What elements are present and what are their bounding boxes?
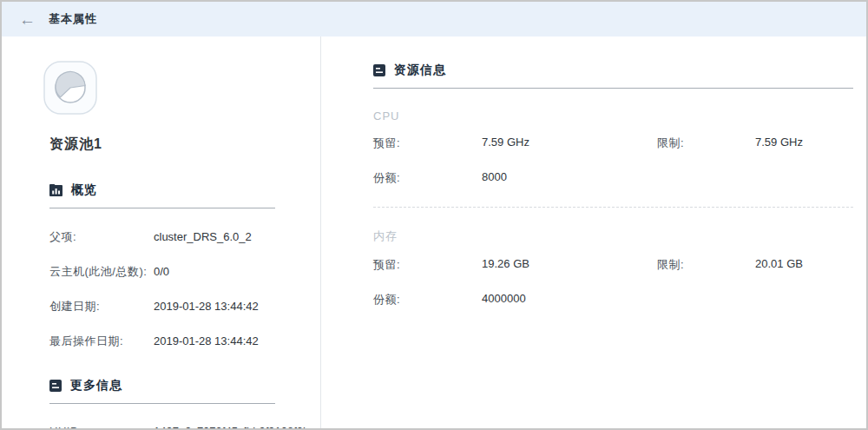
resource-value: 7.59 GHz xyxy=(482,136,657,151)
resource-groups: CPU预留:7.59 GHz限制:7.59 GHz份额:8000内存预留:19.… xyxy=(373,109,853,317)
group-divider xyxy=(373,207,853,208)
overview-section-header: 概览 xyxy=(49,182,275,208)
bar-chart-icon xyxy=(49,184,62,196)
resource-rows: 预留:19.26 GB限制:20.01 GB份额:4000000 xyxy=(373,248,853,317)
info-row: 云主机(此池/总数):0/0 xyxy=(49,255,277,289)
info-label: 云主机(此池/总数): xyxy=(49,264,154,280)
info-value: 1497a9c7073f45cfbb9f9108f2bc... xyxy=(154,425,325,430)
page-title: 基本属性 xyxy=(49,11,97,27)
resource-value: 20.01 GB xyxy=(755,257,853,273)
overview-section-title: 概览 xyxy=(71,182,97,198)
resource-group-name: CPU xyxy=(373,109,853,122)
info-value: 2019-01-28 13:44:42 xyxy=(154,300,259,313)
resource-label: 限制: xyxy=(657,136,755,151)
pool-name: 资源池1 xyxy=(49,136,277,154)
resource-row: 预留:19.26 GB限制:20.01 GB xyxy=(373,248,853,282)
info-label: 父项: xyxy=(49,229,154,245)
left-panel: 资源池1 概览 父项:cluster_DRS_6.0_2云主机(此池/总数):0… xyxy=(2,36,321,430)
list-icon xyxy=(373,64,385,76)
resources-section-title: 资源信息 xyxy=(394,63,446,78)
info-label: UUID: xyxy=(49,425,154,430)
info-row: 父项:cluster_DRS_6.0_2 xyxy=(49,220,277,255)
info-row: 最后操作日期:2019-01-28 13:44:42 xyxy=(49,324,277,359)
resource-rows: 预留:7.59 GHz限制:7.59 GHz份额:8000 xyxy=(373,126,853,195)
info-row: UUID:1497a9c7073f45cfbb9f9108f2bc... xyxy=(49,415,277,430)
main-content: 资源池1 概览 父项:cluster_DRS_6.0_2云主机(此池/总数):0… xyxy=(2,36,866,430)
back-arrow-icon[interactable]: ← xyxy=(19,11,40,28)
resource-value: 7.59 GHz xyxy=(755,136,853,151)
resource-value: 8000 xyxy=(482,170,657,186)
resource-label: 预留: xyxy=(373,136,482,151)
list-icon xyxy=(49,380,62,392)
resource-row: 份额:4000000 xyxy=(373,282,853,317)
info-value: 0/0 xyxy=(154,265,169,278)
overview-rows: 父项:cluster_DRS_6.0_2云主机(此池/总数):0/0创建日期:2… xyxy=(49,220,277,359)
resource-row: 预留:7.59 GHz限制:7.59 GHz xyxy=(373,126,853,161)
resource-value: 19.26 GB xyxy=(482,257,657,273)
right-panel: 资源信息 CPU预留:7.59 GHz限制:7.59 GHz份额:8000内存预… xyxy=(321,36,866,430)
resource-pool-icon xyxy=(43,61,97,115)
resource-value: 4000000 xyxy=(482,292,657,308)
resource-group-name: 内存 xyxy=(373,228,853,244)
info-value: 2019-01-28 13:44:42 xyxy=(154,334,259,347)
more-info-rows: UUID:1497a9c7073f45cfbb9f9108f2bc... xyxy=(49,415,277,430)
resource-label: 份额: xyxy=(373,292,482,308)
info-label: 创建日期: xyxy=(49,299,154,314)
resource-label: 预留: xyxy=(373,257,482,273)
topbar: ← 基本属性 xyxy=(2,2,866,36)
info-label: 最后操作日期: xyxy=(49,334,154,349)
more-info-section-title: 更多信息 xyxy=(70,378,122,394)
info-row: 创建日期:2019-01-28 13:44:42 xyxy=(49,289,277,324)
resource-label: 份额: xyxy=(373,170,482,186)
info-value: cluster_DRS_6.0_2 xyxy=(154,230,252,243)
resource-label: 限制: xyxy=(657,257,755,273)
resource-row: 份额:8000 xyxy=(373,161,853,195)
window: ← 基本属性 资源池1 概览 xyxy=(0,0,868,430)
resources-section-header: 资源信息 xyxy=(373,63,853,89)
more-info-section-header: 更多信息 xyxy=(49,378,275,404)
